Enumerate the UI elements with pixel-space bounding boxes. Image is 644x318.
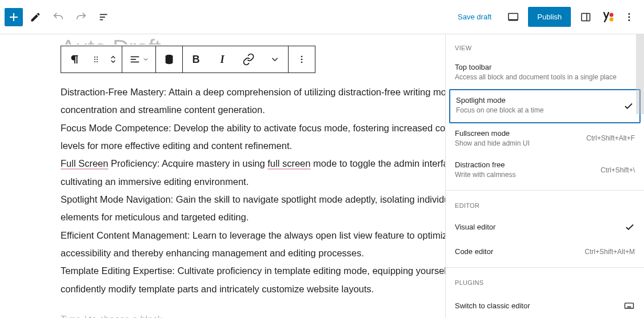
move-up-down-button[interactable] [105, 46, 122, 73]
ai-toolbar-button[interactable] [156, 46, 182, 73]
align-button[interactable] [122, 46, 155, 73]
option-desc: Access all block and document tools in a… [455, 73, 635, 82]
drag-handle[interactable] [87, 46, 105, 73]
svg-point-24 [301, 56, 303, 58]
pencil-icon [30, 11, 41, 23]
check-icon [623, 101, 634, 111]
svg-point-17 [97, 59, 98, 60]
svg-point-12 [629, 16, 630, 18]
option-title: Switch to classic editor [455, 301, 618, 310]
plus-icon [7, 10, 21, 24]
check-icon [625, 222, 635, 232]
link-icon [242, 53, 255, 66]
option-shortcut: Ctrl+Shift+\ [595, 166, 635, 174]
svg-point-18 [94, 61, 95, 62]
options-menu-panel: View Top toolbar Access all block and do… [445, 34, 644, 318]
option-title: Distraction free [455, 160, 595, 169]
option-title: Visual editor [455, 223, 635, 231]
tools-button[interactable] [25, 7, 46, 27]
option-desc: Write with calmness [455, 170, 595, 180]
option-shortcut: Ctrl+Shift+Alt+M [579, 248, 635, 256]
header-right-tools: Save draft Publish [451, 7, 639, 27]
yoast-icon [601, 10, 614, 24]
option-title: Fullscreen mode [455, 129, 581, 138]
option-title: Code editor [455, 247, 579, 256]
block-type-button[interactable] [61, 46, 87, 73]
header-left-tools [5, 7, 114, 27]
scrollbar[interactable] [636, 34, 644, 114]
option-spotlight-mode[interactable]: Spotlight mode Focus on one block at a t… [449, 89, 641, 123]
post-content: Auto Draft [61, 34, 506, 318]
option-code-editor[interactable]: Code editor Ctrl+Shift+Alt+M [446, 239, 644, 264]
svg-point-10 [610, 17, 614, 21]
chevron-down-icon [270, 54, 280, 65]
options-menu-button[interactable] [619, 7, 639, 27]
keyboard-icon [618, 300, 635, 311]
panel-section-view: View [446, 37, 644, 57]
svg-point-15 [97, 57, 98, 58]
option-classic-editor[interactable]: Switch to classic editor [446, 292, 644, 318]
svg-point-19 [97, 61, 98, 62]
svg-rect-27 [625, 303, 634, 308]
more-vertical-icon [296, 54, 307, 65]
paragraph-block[interactable]: Distraction-Free Mastery: Attain a deep … [61, 83, 506, 298]
option-distraction-free[interactable]: Distraction free Write with calmness Ctr… [446, 155, 644, 187]
post-title-placeholder[interactable]: Auto Draft [61, 37, 506, 45]
sidebar-icon [579, 11, 592, 23]
svg-point-9 [610, 13, 614, 17]
desktop-icon [507, 11, 519, 23]
option-visual-editor[interactable]: Visual editor [446, 215, 644, 239]
redo-icon [75, 11, 87, 23]
chevron-down-icon [142, 56, 149, 63]
option-desc: Focus on one block at a time [456, 106, 634, 115]
svg-rect-7 [582, 13, 590, 21]
yoast-seo-button[interactable] [601, 10, 614, 24]
option-title: Top toolbar [455, 63, 635, 71]
block-toolbar: B I [61, 46, 315, 73]
svg-point-16 [94, 59, 95, 60]
svg-point-26 [301, 62, 303, 63]
svg-point-11 [629, 13, 630, 15]
panel-section-editor: Editor [446, 194, 644, 215]
database-icon [163, 53, 175, 66]
save-draft-button[interactable]: Save draft [451, 8, 498, 26]
undo-button[interactable] [48, 7, 69, 27]
panel-section-plugins: Plugins [446, 271, 644, 292]
more-vertical-icon [623, 11, 635, 23]
preview-button[interactable] [503, 7, 523, 27]
option-fullscreen-mode[interactable]: Fullscreen mode Show and hide admin UI C… [446, 123, 644, 155]
option-top-toolbar[interactable]: Top toolbar Access all block and documen… [446, 57, 644, 89]
italic-button[interactable]: I [209, 46, 235, 73]
option-title: Spotlight mode [456, 96, 634, 104]
svg-rect-5 [509, 13, 518, 19]
link-button[interactable] [235, 46, 262, 73]
editor-header: Save draft Publish [0, 0, 644, 34]
more-rich-text-button[interactable] [262, 46, 288, 73]
svg-point-14 [94, 57, 95, 58]
chevrons-icon [109, 53, 118, 66]
align-left-icon [129, 53, 141, 66]
add-block-button[interactable] [5, 8, 23, 26]
block-more-options-button[interactable] [289, 46, 315, 73]
drag-icon [91, 55, 101, 64]
empty-block-placeholder[interactable]: Type / to choose a block [61, 314, 506, 318]
list-view-icon [98, 11, 110, 23]
bold-button[interactable]: B [183, 46, 209, 73]
paragraph-icon [68, 53, 81, 66]
svg-point-13 [629, 19, 630, 21]
panel-divider [446, 190, 644, 191]
undo-icon [52, 11, 65, 23]
option-desc: Show and hide admin UI [455, 139, 581, 148]
svg-point-25 [301, 59, 303, 61]
panel-divider [446, 267, 644, 268]
redo-button[interactable] [71, 7, 91, 27]
publish-button[interactable]: Publish [528, 7, 571, 27]
settings-sidebar-button[interactable] [575, 7, 596, 27]
option-shortcut: Ctrl+Shift+Alt+F [581, 134, 635, 142]
document-overview-button[interactable] [94, 7, 114, 27]
